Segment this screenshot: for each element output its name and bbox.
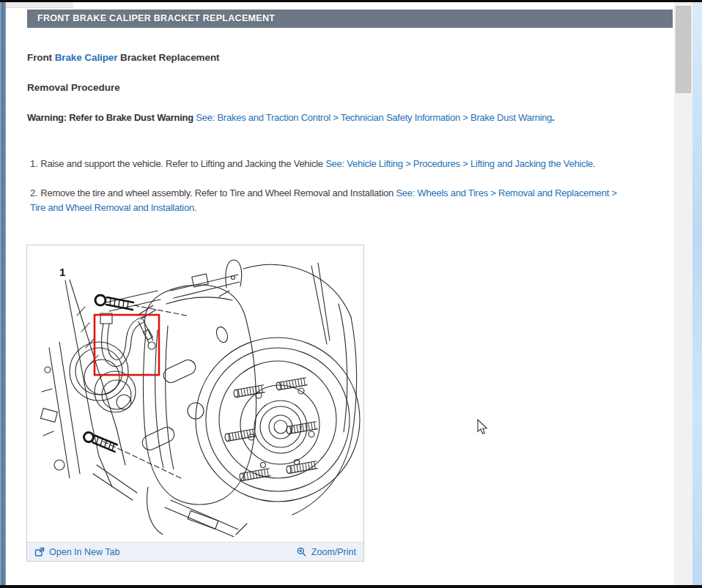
caliper-bracket-bolt-bottom (82, 431, 118, 452)
splash-shield (243, 263, 357, 515)
warning-bold-text: Warning: Refer to Brake Dust Warning (27, 112, 196, 123)
document-title: Front Brake Caliper Bracket Replacement (27, 52, 219, 63)
open-in-new-tab-button[interactable]: Open In New Tab (34, 547, 119, 557)
zoom-magnifier-icon (297, 547, 307, 557)
warning-paragraph: Warning: Refer to Brake Dust Warning See… (27, 112, 672, 123)
scrollbar-thumb[interactable] (676, 6, 691, 93)
title-brake-caliper-link[interactable]: Brake Caliper (55, 52, 118, 63)
open-in-new-tab-label: Open In New Tab (49, 547, 119, 557)
vertical-scrollbar[interactable] (674, 2, 692, 585)
mouse-cursor (477, 419, 489, 435)
caliper-body (140, 285, 256, 505)
warning-period: . (552, 112, 554, 123)
caliper-bottom-arm (147, 487, 247, 537)
step-1: 1.Raise and support the vehicle. Refer t… (27, 157, 679, 171)
step-1-text: Raise and support the vehicle. Refer to … (40, 158, 325, 169)
title-text-pre: Front (27, 52, 55, 63)
step-1-number: 1. (30, 158, 37, 169)
warning-see-link[interactable]: See: Brakes and Traction Control > Techn… (196, 112, 552, 123)
window-bottom-edge (0, 585, 702, 588)
step-1-see-link[interactable]: See: Vehicle Lifting > Procedures > Lift… (325, 158, 593, 169)
step-2-period: . (194, 202, 196, 213)
figure-callout-1: 1 (59, 266, 65, 278)
step-2-text: Remove the tire and wheel assembly. Refe… (40, 187, 396, 198)
open-in-new-tab-icon (34, 547, 45, 557)
zoom-print-label: Zoom/Print (311, 547, 356, 557)
window-right-border (692, 0, 702, 588)
window-left-border (0, 1, 6, 586)
window-top-edge (0, 0, 702, 2)
section-heading: Removal Procedure (27, 82, 120, 93)
title-text-post: Bracket Replacement (117, 52, 219, 63)
scrolled-element-remnant (6, 1, 73, 8)
step-2: 2.Remove the tire and wheel assembly. Re… (27, 186, 622, 215)
page-title: FRONT BRAKE CALIPER BRACKET REPLACEMENT (27, 10, 673, 28)
figure-panel: 1 Open In New Tab Zoom/Print (26, 245, 364, 562)
brake-caliper-diagram: 1 (27, 245, 363, 542)
caliper-top-arm (171, 260, 242, 298)
step-2-number: 2. (30, 187, 37, 198)
zoom-print-button[interactable]: Zoom/Print (297, 547, 356, 557)
figure-action-bar: Open In New Tab Zoom/Print (27, 542, 363, 561)
step-1-period: . (593, 158, 595, 169)
rotor-hub-assembly (196, 338, 360, 502)
